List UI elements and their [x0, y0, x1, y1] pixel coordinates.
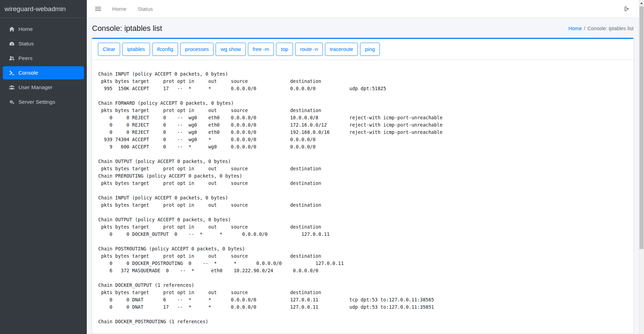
console-output: Chain INPUT (policy ACCEPT 0 packets, 0 … — [98, 70, 627, 325]
console-card-header: Clear iptables ifconfig processes wg sho… — [92, 39, 634, 60]
tachometer-icon — [8, 41, 15, 46]
breadcrumb-separator: / — [584, 26, 585, 31]
wg-show-button[interactable]: wg show — [216, 43, 245, 56]
content-header: Console: iptables list Home/Console: ipt… — [87, 18, 639, 38]
brand-link[interactable]: wireguard-webadmin — [0, 0, 87, 18]
sidebar-item-home[interactable]: Home — [3, 23, 84, 36]
sidebar-menu: Home Status Peers — [0, 18, 87, 109]
traceroute-button[interactable]: traceroute — [325, 43, 358, 56]
logout-icon[interactable] — [620, 3, 633, 15]
home-icon — [8, 26, 15, 32]
sidebar-item-console[interactable]: Console — [3, 66, 84, 79]
sidebar-item-label: User Manager — [18, 84, 52, 91]
sidebar-item-peers[interactable]: Peers — [3, 52, 84, 65]
menu-icon[interactable] — [90, 3, 107, 15]
users-cog-icon — [8, 55, 15, 61]
users-icon — [8, 85, 15, 90]
breadcrumb: Home/Console: iptables list — [568, 26, 634, 31]
sidebar: wireguard-webadmin Home Status — [0, 0, 87, 334]
breadcrumb-home-link[interactable]: Home — [568, 26, 582, 31]
sidebar-item-user-manager[interactable]: User Manager — [3, 81, 84, 94]
scrollbar-thumb[interactable] — [639, 6, 644, 249]
ifconfig-button[interactable]: ifconfig — [152, 43, 178, 56]
iptables-button[interactable]: iptables — [122, 43, 150, 56]
cogs-icon — [8, 99, 15, 105]
sidebar-item-status[interactable]: Status — [3, 37, 84, 50]
page-title: Console: iptables list — [92, 24, 162, 33]
sidebar-item-label: Peers — [18, 55, 33, 61]
route-n-button[interactable]: route -n — [295, 43, 323, 56]
console-card-body: Chain INPUT (policy ACCEPT 0 packets, 0 … — [92, 60, 634, 334]
ping-button[interactable]: ping — [360, 43, 379, 56]
sidebar-item-label: Home — [18, 26, 33, 32]
free-m-button[interactable]: free -m — [248, 43, 274, 56]
clear-button[interactable]: Clear — [98, 43, 120, 56]
sidebar-item-label: Server Settings — [18, 99, 55, 105]
processes-button[interactable]: processes — [180, 43, 214, 56]
top-button[interactable]: top — [276, 43, 293, 56]
content-area: Clear iptables ifconfig processes wg sho… — [87, 38, 639, 334]
navbar-link-status[interactable]: Status — [132, 3, 158, 15]
sidebar-item-server-settings[interactable]: Server Settings — [3, 95, 84, 109]
main-wrapper: Console: iptables list Home/Console: ipt… — [87, 0, 639, 334]
console-command-toolbar: Clear iptables ifconfig processes wg sho… — [98, 43, 628, 56]
navbar-link-home[interactable]: Home — [107, 3, 132, 15]
breadcrumb-current: Console: iptables list — [587, 26, 634, 31]
scrollbar-up-arrow-icon[interactable] — [640, 2, 643, 4]
page-scrollbar[interactable] — [639, 0, 644, 334]
sidebar-item-label: Console — [18, 70, 38, 76]
sidebar-item-label: Status — [18, 41, 34, 47]
top-navbar: Home Status — [87, 0, 639, 18]
terminal-icon — [8, 70, 15, 76]
console-card: Clear iptables ifconfig processes wg sho… — [92, 38, 634, 334]
